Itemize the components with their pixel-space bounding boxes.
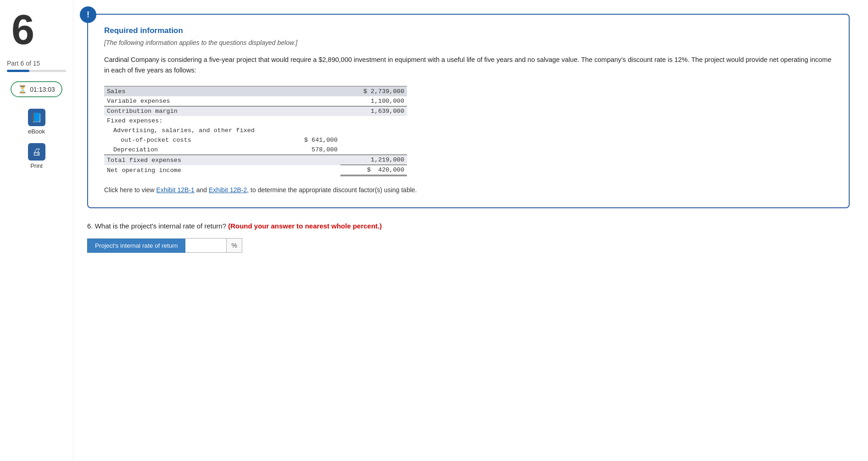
table-cell-amount1 — [280, 86, 340, 96]
table-row: Sales $ 2,739,000 — [104, 86, 407, 96]
table-cell-label: Net operating income — [104, 165, 280, 176]
info-paragraph: Cardinal Company is considering a five-y… — [104, 55, 833, 76]
table-row: Advertising, salaries, and other fixed — [104, 126, 407, 135]
table-row: Depreciation 578,000 — [104, 145, 407, 155]
page-container: 6 Part 6 of 15 ⏳ 01:13:03 📘 eBook 🖨 Prin… — [0, 0, 868, 461]
main-content: ! Required information [The following in… — [73, 0, 868, 461]
table-cell-label: Variable expenses — [104, 96, 280, 106]
table-cell-amount1: 578,000 — [280, 145, 340, 155]
table-cell-amount1 — [280, 96, 340, 106]
question-text: 6. What is the project's internal rate o… — [87, 222, 850, 230]
table-cell-amount2: 1,100,000 — [340, 96, 407, 106]
exhibit-line: Click here to view Exhibit 12B-1 and Exh… — [104, 186, 833, 194]
info-icon: ! — [80, 6, 96, 23]
ebook-icon: 📘 — [28, 109, 45, 126]
table-cell-amount2: 1,639,000 — [340, 106, 407, 117]
progress-bar — [7, 70, 66, 72]
table-cell-label: Advertising, salaries, and other fixed — [104, 126, 280, 135]
part-indicator: Part 6 of 15 — [7, 60, 66, 72]
exhibit-2-link[interactable]: Exhibit 12B-2 — [209, 186, 247, 194]
timer-icon: ⏳ — [18, 85, 27, 94]
sidebar: 6 Part 6 of 15 ⏳ 01:13:03 📘 eBook 🖨 Prin… — [0, 0, 73, 461]
answer-label: Project's internal rate of return — [87, 239, 185, 253]
table-cell-label: Sales — [104, 86, 280, 96]
table-cell-amount1 — [280, 106, 340, 117]
part-label: Part 6 of 15 — [7, 60, 66, 67]
table-cell-label: Depreciation — [104, 145, 280, 155]
answer-input[interactable] — [185, 238, 227, 253]
answer-row: Project's internal rate of return % — [87, 238, 850, 253]
table-cell-label: Total fixed expenses — [104, 155, 280, 165]
question-highlight: (Round your answer to nearest whole perc… — [228, 222, 382, 230]
table-cell-amount2: 1,219,000 — [340, 155, 407, 165]
table-cell-amount1: $ 641,000 — [280, 135, 340, 145]
table-row: Variable expenses 1,100,000 — [104, 96, 407, 106]
table-cell-label: Fixed expenses: — [104, 116, 280, 126]
timer-display: 01:13:03 — [30, 86, 55, 93]
exhibit-text-after: , to determine the appropriate discount … — [247, 186, 417, 194]
required-info-subtitle: [The following information applies to th… — [104, 39, 833, 46]
info-card: ! Required information [The following in… — [87, 14, 850, 208]
question-main-text: 6. What is the project's internal rate o… — [87, 222, 226, 230]
financial-table: Sales $ 2,739,000 Variable expenses 1,10… — [104, 86, 407, 176]
table-row: out-of-pocket costs $ 641,000 — [104, 135, 407, 145]
print-icon: 🖨 — [28, 143, 45, 161]
print-button[interactable]: 🖨 Print — [28, 143, 45, 169]
table-cell-label: out-of-pocket costs — [104, 135, 280, 145]
timer-box: ⏳ 01:13:03 — [11, 81, 62, 97]
table-row: Net operating income $ 420,000 — [104, 165, 407, 176]
table-row: Contribution margin 1,639,000 — [104, 106, 407, 117]
required-info-title: Required information — [104, 26, 833, 35]
answer-unit: % — [227, 238, 242, 253]
table-row: Total fixed expenses 1,219,000 — [104, 155, 407, 165]
table-cell-amount2: $ 420,000 — [340, 165, 407, 176]
question-number: 6 — [11, 9, 34, 50]
exhibit-text-before: Click here to view — [104, 186, 156, 194]
ebook-button[interactable]: 📘 eBook — [28, 109, 45, 135]
progress-bar-fill — [7, 70, 29, 72]
table-row: Fixed expenses: — [104, 116, 407, 126]
ebook-label: eBook — [28, 128, 45, 135]
table-cell-amount2: $ 2,739,000 — [340, 86, 407, 96]
exhibit-1-link[interactable]: Exhibit 12B-1 — [156, 186, 195, 194]
table-cell-label: Contribution margin — [104, 106, 280, 117]
exhibit-text-middle: and — [195, 186, 209, 194]
print-label: Print — [30, 162, 43, 169]
